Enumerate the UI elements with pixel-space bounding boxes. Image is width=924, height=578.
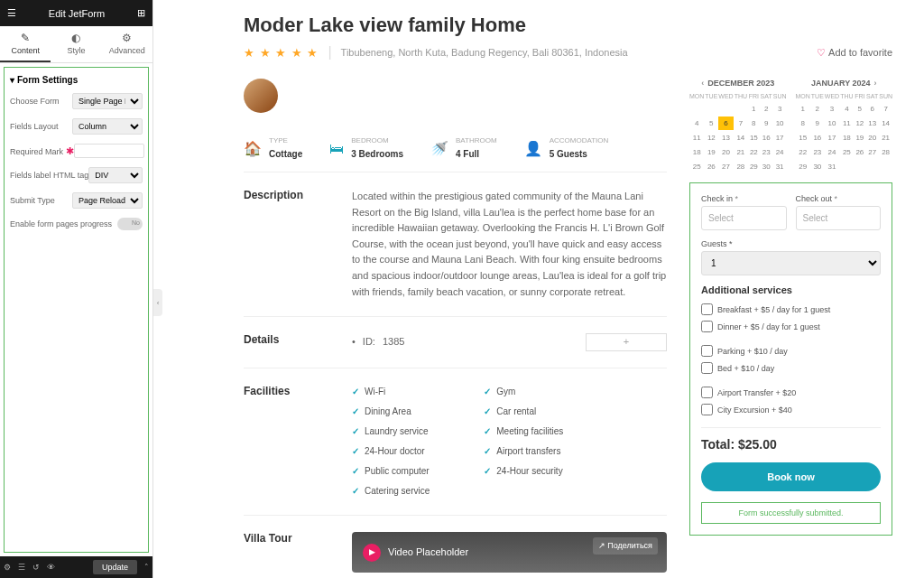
- calendar-day[interactable]: 29: [748, 160, 760, 173]
- calendar-day[interactable]: 11: [689, 131, 704, 144]
- chevron-up-icon[interactable]: ˄: [144, 563, 149, 572]
- service-option[interactable]: Dinner + $5 / day for 1 guest: [701, 318, 881, 335]
- calendar-day[interactable]: 15: [748, 131, 760, 144]
- calendar-day[interactable]: 19: [705, 145, 717, 159]
- calendar-day[interactable]: 27: [718, 160, 733, 173]
- calendar-day[interactable]: 13: [718, 131, 733, 144]
- calendar-day[interactable]: 13: [866, 117, 878, 130]
- calendar-day[interactable]: 5: [705, 117, 717, 130]
- cal-next[interactable]: ›: [874, 79, 877, 88]
- calendar-day[interactable]: 10: [773, 117, 787, 130]
- calendar-day[interactable]: 17: [773, 131, 787, 144]
- calendar-day[interactable]: 24: [825, 145, 839, 159]
- calendar-day[interactable]: 26: [705, 160, 717, 173]
- calendar-day[interactable]: 18: [689, 145, 704, 159]
- required-mark-input[interactable]: [74, 144, 144, 158]
- calendar-day[interactable]: 16: [761, 131, 772, 144]
- layers-icon[interactable]: ☰: [18, 563, 25, 572]
- calendar-day[interactable]: 23: [811, 145, 824, 159]
- calendar-day[interactable]: 28: [879, 145, 892, 159]
- calendar-day[interactable]: 12: [705, 131, 717, 144]
- calendar-day[interactable]: 21: [735, 145, 747, 159]
- calendar-day[interactable]: 7: [879, 102, 892, 116]
- calendar-day[interactable]: 9: [761, 117, 772, 130]
- calendar-day[interactable]: 21: [879, 131, 892, 144]
- checkout-input[interactable]: Select: [796, 206, 882, 230]
- calendar-day[interactable]: 30: [761, 160, 772, 173]
- guests-select[interactable]: 1: [701, 251, 881, 275]
- preview-icon[interactable]: 👁: [47, 563, 55, 572]
- calendar-day[interactable]: 11: [840, 117, 853, 130]
- calendar-day[interactable]: 27: [866, 145, 878, 159]
- calendar-day[interactable]: 4: [840, 102, 853, 116]
- choose-form-select[interactable]: Single Page Booking: [72, 93, 143, 109]
- submit-type-select[interactable]: Page Reload: [72, 192, 143, 209]
- calendar-day[interactable]: 10: [825, 117, 839, 130]
- calendar-day[interactable]: 25: [689, 160, 704, 173]
- calendar-day[interactable]: 9: [811, 117, 824, 130]
- calendar-day[interactable]: 14: [735, 131, 747, 144]
- checkin-input[interactable]: Select: [701, 206, 787, 230]
- calendar-day[interactable]: 1: [796, 102, 810, 116]
- calendar-day[interactable]: 4: [689, 117, 704, 130]
- service-option[interactable]: City Excursion + $40: [701, 401, 881, 418]
- calendar-day[interactable]: 2: [811, 102, 824, 116]
- calendar-day[interactable]: 28: [735, 160, 747, 173]
- calendar-day[interactable]: 3: [773, 102, 787, 116]
- tab-content[interactable]: ✎Content: [0, 26, 51, 62]
- service-checkbox[interactable]: [701, 303, 713, 315]
- service-checkbox[interactable]: [701, 321, 713, 332]
- add-favorite-button[interactable]: ♡Add to favorite: [817, 47, 892, 59]
- calendar-day[interactable]: 16: [811, 131, 824, 144]
- video-placeholder[interactable]: ▶ Video Placeholder ↗ Поделиться: [352, 532, 667, 573]
- calendar-day[interactable]: 23: [761, 145, 772, 159]
- book-now-button[interactable]: Book now: [701, 462, 881, 491]
- calendar-day[interactable]: 14: [879, 117, 892, 130]
- calendar-day[interactable]: 31: [773, 160, 787, 173]
- calendar-day[interactable]: 3: [825, 102, 839, 116]
- calendar-day[interactable]: 26: [855, 145, 866, 159]
- menu-icon[interactable]: ☰: [7, 7, 16, 19]
- calendar-day[interactable]: 6: [866, 102, 878, 116]
- calendar-day[interactable]: 8: [748, 117, 760, 130]
- calendar-day[interactable]: 30: [811, 160, 824, 173]
- service-checkbox[interactable]: [701, 387, 713, 398]
- calendar-day[interactable]: 20: [718, 145, 733, 159]
- service-option[interactable]: Airport Transfer + $20: [701, 384, 881, 401]
- fields-layout-select[interactable]: Column: [72, 118, 143, 135]
- calendar-day[interactable]: 15: [796, 131, 810, 144]
- calendar-day[interactable]: 2: [761, 102, 772, 116]
- calendar-day[interactable]: 6: [718, 117, 733, 130]
- service-checkbox[interactable]: [701, 404, 713, 415]
- calendar-day[interactable]: 24: [773, 145, 787, 159]
- calendar-day[interactable]: 25: [840, 145, 853, 159]
- pages-progress-toggle[interactable]: [117, 218, 143, 230]
- calendar-day[interactable]: 20: [866, 131, 878, 144]
- share-button[interactable]: ↗ Поделиться: [593, 537, 658, 554]
- calendar-day[interactable]: 31: [825, 160, 839, 173]
- host-avatar[interactable]: [244, 79, 278, 113]
- tab-advanced[interactable]: ⚙Advanced: [102, 26, 152, 62]
- calendar-day[interactable]: 19: [855, 131, 866, 144]
- calendar-day[interactable]: 18: [840, 131, 853, 144]
- calendar-day[interactable]: 12: [855, 117, 866, 130]
- calendar-day[interactable]: 22: [748, 145, 760, 159]
- add-detail-button[interactable]: +: [586, 333, 667, 351]
- update-button[interactable]: Update: [93, 560, 137, 574]
- calendar-day[interactable]: 22: [796, 145, 810, 159]
- calendar-day[interactable]: 29: [796, 160, 810, 173]
- settings-icon[interactable]: ⚙: [4, 563, 11, 572]
- service-option[interactable]: Breakfast + $5 / day for 1 guest: [701, 301, 881, 318]
- calendar-day[interactable]: 17: [825, 131, 839, 144]
- service-option[interactable]: Parking + $10 / day: [701, 342, 881, 359]
- calendar-day[interactable]: 8: [796, 117, 810, 130]
- apps-icon[interactable]: ⊞: [137, 7, 145, 19]
- label-tag-select[interactable]: DIV: [88, 167, 143, 183]
- calendar-day[interactable]: 5: [855, 102, 866, 116]
- history-icon[interactable]: ↺: [32, 563, 40, 572]
- section-title[interactable]: ▾Form Settings: [8, 71, 144, 89]
- calendar-day[interactable]: 7: [735, 117, 747, 130]
- tab-style[interactable]: ◐Style: [51, 26, 101, 62]
- service-checkbox[interactable]: [701, 345, 713, 357]
- service-checkbox[interactable]: [701, 362, 713, 374]
